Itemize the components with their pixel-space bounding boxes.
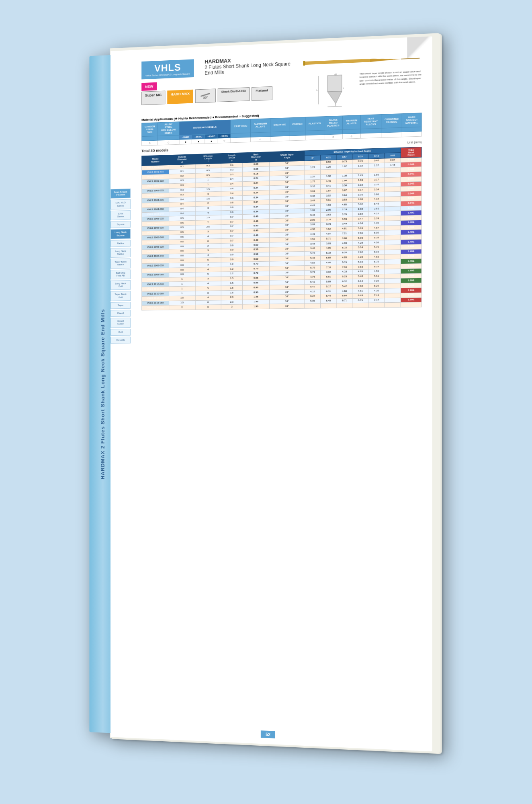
sidebar-item-0[interactable]: 6mm ShankV Series: [110, 189, 131, 199]
svg-rect-6: [327, 75, 342, 92]
sidebar-item-12[interactable]: Flaroll: [110, 310, 131, 317]
mat-cell-13: [360, 133, 381, 138]
price-cell: 1.80B: [401, 269, 422, 274]
tool-illustration: [302, 49, 422, 72]
sidebar-item-4[interactable]: Long NeckSquare: [110, 229, 131, 239]
hard-max-label: HARD MAX: [171, 92, 190, 96]
mat-header-cast: CAST IRON: [231, 119, 250, 133]
mat-header-graphite: GRAPHITE: [270, 118, 289, 132]
badge-shank: Shank Dia 0/-0.003: [218, 87, 250, 102]
sidebar-item-13[interactable]: GrooflCutter: [110, 318, 131, 328]
mat-header-alloy: ALLOYSTEELHRC BELOW30HRC: [158, 122, 179, 136]
svg-line-10: [327, 106, 342, 107]
th-model-number: ModelNumber: [142, 155, 169, 166]
flatland-label: Flatland: [255, 88, 269, 92]
data-table-wrapper: ModelNumber OutsideDiameterd EffectiveLe…: [141, 147, 422, 311]
book: HARDMAX 2 Flutes Short Shank Long Neck S…: [89, 32, 438, 756]
mat-cell-0: ○: [142, 140, 158, 146]
page-curl: [407, 36, 432, 58]
price-cell: 1.90B: [401, 297, 422, 303]
sidebar-item-15[interactable]: Versatile: [110, 336, 131, 343]
price-cell: 1.80B: [401, 278, 422, 283]
model-num-cell: VHLS 2010-050: [142, 287, 169, 292]
price-cell: 1.40B: [401, 225, 422, 230]
sidebar-item-10[interactable]: Taper NeckBall: [110, 291, 131, 301]
svg-text:d1: d1: [335, 74, 337, 76]
tech-drawing-svg: d1 l L: [315, 72, 356, 109]
mat-header-plastics: PLASTICS: [305, 117, 324, 131]
content-area: VHLS Value Series HARDMAX Longneck Squar…: [141, 49, 422, 311]
data-table: ModelNumber OutsideDiameterd EffectiveLe…: [141, 147, 422, 311]
page-header: VHLS Value Series HARDMAX Longneck Squar…: [141, 49, 422, 115]
price-cell: 1.78B: [401, 264, 422, 269]
model-num-cell: VHLS 2010-040: [142, 282, 169, 287]
mat-header-hardened: HARDENED STEELS: [179, 120, 231, 135]
tech-drawing-area: d1 l L The shank taper angle shown is no…: [315, 70, 422, 109]
mat-cell-6: [231, 137, 250, 143]
diagram-note: The shank taper angle shown is not an ex…: [360, 70, 422, 86]
shank-label: Shank Dia 0/-0.003: [221, 90, 246, 93]
th-angle-057: 0.57: [336, 154, 352, 160]
mat-cell-8: [270, 136, 289, 142]
model-num-cell: VHLS 2015-040: [142, 296, 169, 301]
sidebar-item-11[interactable]: Taper: [110, 302, 131, 309]
new-badge: NEW: [141, 82, 157, 91]
mat-header-cemented: CEMENTEDCARBIDE: [381, 114, 402, 128]
mat-cell-10: [305, 135, 324, 140]
sidebar-item-7[interactable]: Taper NeckRadius: [110, 258, 131, 269]
super-mg-label: Super MG: [145, 93, 162, 98]
svg-marker-7: [327, 91, 342, 104]
price-cell: 1.90B: [401, 293, 422, 298]
material-applications: Material Applications (★ Highly Recommen…: [141, 108, 422, 146]
sidebar-item-6[interactable]: Long NeckRadius: [110, 248, 131, 258]
header-title-block: HARDMAX 2 Flutes Short Shank Long Neck S…: [205, 55, 298, 76]
mat-cell-3: ●: [192, 139, 205, 144]
mat-cell-7: ○: [250, 136, 270, 142]
th-taper-angle: Shank TaperAngle: [269, 151, 305, 162]
price-cell: 1.80B: [401, 273, 422, 279]
svg-text:L: L: [317, 89, 318, 91]
price-cell: 1.78B: [401, 254, 422, 259]
th-angle-043: 0.43: [368, 153, 385, 159]
mat-header-glass: GLASSFILLEDPLASTICS: [324, 116, 342, 130]
mat-header-carbon: CARBONSTEELSMC: [142, 123, 158, 137]
price-cell: 1.40B: [401, 230, 422, 235]
header-left: VHLS Value Series HARDMAX Longneck Squar…: [141, 55, 298, 115]
mat-cell-4: ●: [205, 138, 218, 144]
badge-30deg: 30°: [195, 89, 216, 103]
mat-cell-5: ○: [218, 138, 231, 143]
mat-cell-15: [402, 131, 422, 137]
badge-flatland: Flatland: [252, 86, 272, 101]
book-page: 6mm ShankV Series LOC FLOSeries CRNSerie…: [110, 36, 432, 751]
th-angle-019: 0.19: [352, 154, 368, 159]
sidebar-item-14[interactable]: Drill: [110, 328, 131, 335]
th-eff-length: EffectiveLengthl: [195, 153, 221, 164]
svg-text:l: l: [344, 88, 344, 90]
price-cell: 1.40B: [401, 239, 422, 244]
sidebar-item-9[interactable]: Long NeckBall: [110, 280, 131, 290]
sidebar-item-2[interactable]: CRNSeries: [110, 210, 131, 220]
badge-super-mg: Super MG: [141, 91, 165, 105]
30deg-icon: 30°: [200, 91, 211, 100]
page-number: 52: [261, 730, 275, 738]
total-models-label: Total 3D models: [141, 148, 168, 153]
mat-header-hardened2: HARDNON-METMATERIAL: [402, 113, 422, 127]
sidebar-item-8[interactable]: Ball ChipFree AB: [110, 269, 131, 279]
model-num-cell: VHLS 2010-040: [142, 277, 169, 283]
mat-header-titanium: TITANIUMALLOYS: [342, 115, 360, 129]
mat-header-copper: COPPER: [289, 117, 305, 131]
svg-text:30°: 30°: [203, 96, 208, 99]
vhls-logo-text: VHLS: [154, 62, 181, 74]
sidebar-item-5[interactable]: Radius: [110, 240, 131, 247]
th-outside-dia: OutsideDiameterd: [169, 154, 195, 165]
model-num-cell: VHLS 2015-060: [142, 301, 169, 306]
mat-cell-11: ○: [324, 134, 342, 139]
price-cell: [401, 302, 422, 308]
badge-hard-max: HARD MAX: [167, 90, 193, 104]
mat-cell-9: [289, 135, 305, 140]
svg-line-4: [401, 58, 420, 59]
sidebar-item-3[interactable]: Square: [110, 221, 131, 228]
sidebar-item-1[interactable]: LOC FLOSeries: [110, 199, 131, 209]
mat-cell-2: ●: [179, 139, 192, 144]
price-cell: 1.40B: [401, 244, 422, 249]
